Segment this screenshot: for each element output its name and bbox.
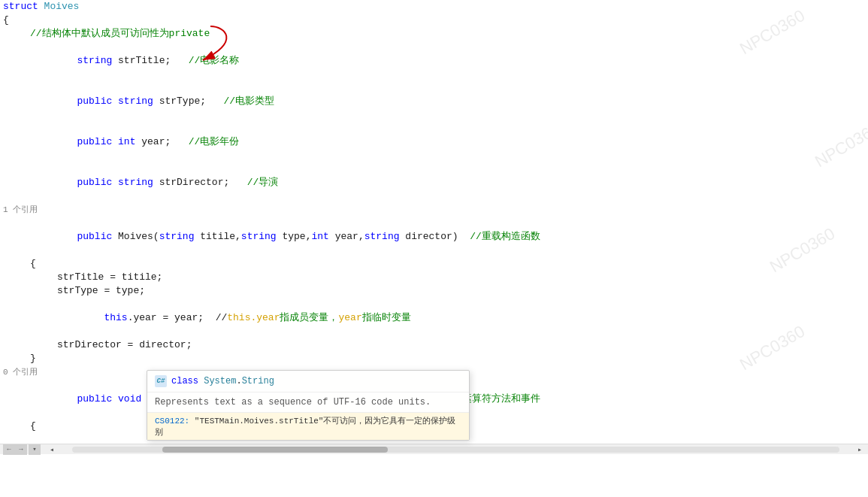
code-line: this.year = year; //this.year指成员变量，year指… bbox=[0, 298, 868, 338]
error-text: "TESTMain.Moives.strTitle"不可访问，因为它具有一定的保… bbox=[155, 417, 455, 437]
code-line: } bbox=[0, 352, 868, 365]
code-line: public string strDirector; //导演 bbox=[0, 162, 868, 203]
code-line: public string strType; //电影类型 bbox=[0, 81, 868, 122]
code-line: strTitle = titile; bbox=[0, 271, 868, 284]
assignment: strTitle = titile; bbox=[3, 271, 162, 284]
tooltip-signature: class System.String bbox=[171, 376, 274, 386]
code-line: { bbox=[0, 257, 868, 271]
reference-line: 1 个引用 bbox=[0, 203, 868, 217]
scroll-left-arrow[interactable]: ◂ bbox=[47, 444, 57, 455]
brace-open: { bbox=[3, 420, 36, 433]
code-line: { bbox=[0, 14, 868, 27]
ref-count: 1 个引用 bbox=[3, 203, 38, 217]
error-code: CS0122: bbox=[155, 417, 189, 426]
error-message: CS0122: "TESTMain.Moives.strTitle"不可访问，因… bbox=[147, 412, 469, 440]
line-content: public int year; //电影年份 bbox=[3, 122, 239, 162]
scroll-track[interactable] bbox=[72, 447, 839, 453]
line-content: public Moives(string titile,string type,… bbox=[3, 217, 540, 257]
class-icon: C# bbox=[155, 375, 167, 387]
dropdown-button[interactable]: ▾ bbox=[29, 444, 41, 455]
tooltip-description: Represents text as a sequence of UTF-16 … bbox=[147, 392, 469, 412]
tooltip-header: C# class System.String bbox=[147, 371, 469, 392]
code-line: strDirector = director; bbox=[0, 338, 868, 352]
assignment: strDirector = director; bbox=[3, 338, 192, 352]
line-content: struct Moives bbox=[3, 0, 862, 14]
assignment: strType = type; bbox=[3, 284, 145, 298]
intellisense-tooltip: C# class System.String Represents text a… bbox=[147, 370, 470, 441]
line-content: public string strType; //电影类型 bbox=[3, 81, 274, 122]
back-button[interactable]: ← bbox=[3, 444, 15, 455]
line-content: public string strDirector; //导演 bbox=[3, 162, 278, 203]
code-line: public int year; //电影年份 bbox=[0, 122, 868, 162]
type-moives: Moives bbox=[44, 0, 80, 14]
editor-container: NPC0360 NPC0360 NPC0360 NPC0360 struct M… bbox=[0, 0, 868, 497]
ref-count: 0 个引用 bbox=[3, 365, 38, 379]
brace-close: } bbox=[3, 352, 36, 365]
scroll-thumb[interactable] bbox=[162, 447, 388, 453]
line-content: this.year = year; //this.year指成员变量，year指… bbox=[3, 298, 411, 338]
code-line: public Moives(string titile,string type,… bbox=[0, 217, 868, 257]
brace-open: { bbox=[3, 14, 9, 27]
brace-open: { bbox=[3, 257, 36, 271]
code-line: struct Moives bbox=[0, 0, 868, 14]
forward-button[interactable]: → bbox=[15, 444, 27, 455]
line-content: string strTitle; //电影名称 bbox=[3, 41, 239, 81]
scroll-right-arrow[interactable]: ▸ bbox=[854, 444, 865, 455]
code-line: strType = type; bbox=[0, 284, 868, 298]
keyword-struct: struct bbox=[3, 0, 44, 14]
code-line: string strTitle; //电影名称 bbox=[0, 41, 868, 81]
comment: //结构体中默认成员可访问性为private bbox=[3, 27, 210, 41]
horizontal-scrollbar: ← → ▾ ◂ ▸ bbox=[0, 444, 868, 454]
code-line: //结构体中默认成员可访问性为private bbox=[0, 27, 868, 41]
